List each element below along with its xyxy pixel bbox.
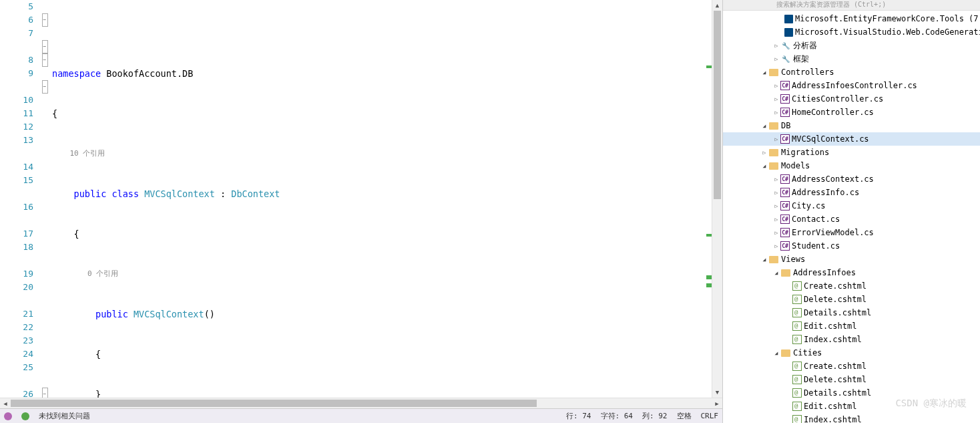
- cshtml-file-icon: [792, 375, 802, 384]
- tree-item[interactable]: Models: [723, 159, 980, 172]
- tree-item[interactable]: Views: [723, 253, 980, 266]
- tree-item-label: AddressContext.cs: [792, 174, 874, 184]
- csharp-file-icon: C#: [780, 188, 790, 197]
- csharp-file-icon: C#: [780, 215, 790, 224]
- chevron-icon[interactable]: [772, 243, 780, 249]
- solution-tree[interactable]: Microsoft.EntityFrameworkCore.Tools (7.0…: [723, 11, 980, 423]
- tree-item[interactable]: AddressInfoes: [723, 266, 980, 279]
- status-col[interactable]: 列: 92: [642, 411, 668, 421]
- tree-item[interactable]: Details.cshtml: [723, 306, 980, 319]
- tree-item-label: Details.cshtml: [804, 388, 871, 398]
- tree-item[interactable]: C#AddressInfo.cs: [723, 186, 980, 199]
- tree-item[interactable]: Index.cshtml: [723, 413, 980, 423]
- tree-item[interactable]: DB: [723, 119, 980, 132]
- tree-item[interactable]: C#MVCSqlContext.cs: [723, 132, 980, 146]
- tree-item[interactable]: Create.cshtml: [723, 279, 980, 293]
- tree-item[interactable]: C#Contact.cs: [723, 213, 980, 226]
- tree-item-label: MVCSqlContext.cs: [792, 134, 869, 144]
- tree-item[interactable]: Migrations: [723, 146, 980, 159]
- tree-item-label: ErrorViewModel.cs: [792, 228, 874, 237]
- code-content[interactable]: namespace BookofAccount.DB { 10 个引用 publ…: [49, 0, 712, 398]
- tree-item-label: Student.cs: [792, 241, 840, 251]
- tree-item[interactable]: Edit.cshtml: [723, 319, 980, 333]
- chevron-icon[interactable]: [772, 96, 780, 102]
- status-line[interactable]: 行: 74: [566, 411, 591, 421]
- folder-icon: [780, 267, 791, 278]
- status-issues[interactable]: 未找到相关问题: [39, 411, 90, 421]
- chevron-icon[interactable]: [772, 217, 780, 223]
- codelens-ref[interactable]: 10 个引用: [49, 147, 712, 160]
- scroll-up-arrow[interactable]: ▲: [712, 0, 722, 11]
- tree-item-label: AddressInfoes: [793, 268, 856, 277]
- codelens-ref[interactable]: 0 个引用: [49, 267, 712, 281]
- tree-item[interactable]: Details.cshtml: [723, 386, 980, 400]
- nuget-icon: [784, 13, 793, 24]
- tree-item-label: 分析器: [793, 40, 817, 51]
- chevron-icon[interactable]: [772, 230, 780, 236]
- tree-item[interactable]: C#CitiesController.cs: [723, 92, 980, 106]
- chevron-icon[interactable]: [772, 176, 780, 182]
- chevron-icon[interactable]: [772, 110, 780, 116]
- cshtml-file-icon: [792, 281, 802, 291]
- scroll-down-arrow[interactable]: ▼: [712, 387, 722, 398]
- chevron-icon[interactable]: [772, 270, 780, 276]
- tree-item[interactable]: Edit.cshtml: [723, 400, 980, 413]
- fold-toggle[interactable]: −: [42, 388, 48, 398]
- folder-icon: [768, 120, 779, 131]
- vertical-scrollbar[interactable]: ▲ ▼: [712, 0, 722, 398]
- tree-item[interactable]: C#HomeController.cs: [723, 106, 980, 119]
- overview-ruler[interactable]: [702, 0, 712, 398]
- solution-search-hint[interactable]: 搜索解决方案资源管理器 (Ctrl+;): [723, 0, 980, 11]
- tree-item[interactable]: C#AddressContext.cs: [723, 172, 980, 186]
- tree-item[interactable]: Delete.cshtml: [723, 293, 980, 306]
- cshtml-file-icon: [792, 415, 802, 423]
- chevron-icon[interactable]: [772, 350, 780, 356]
- tree-item[interactable]: C#Student.cs: [723, 239, 980, 253]
- tree-item[interactable]: Create.cshtml: [723, 360, 980, 373]
- chevron-icon[interactable]: [772, 190, 780, 196]
- fold-column[interactable]: −−−−−: [40, 0, 49, 398]
- chevron-icon[interactable]: [760, 123, 768, 129]
- tree-item[interactable]: Index.cshtml: [723, 333, 980, 346]
- tree-item[interactable]: 🔧框架: [723, 52, 980, 65]
- tree-item-label: Microsoft.VisualStudio.Web.CodeGeneratio…: [795, 27, 980, 37]
- fold-toggle[interactable]: −: [42, 40, 48, 53]
- tree-item-label: Index.cshtml: [804, 335, 862, 344]
- status-ins[interactable]: 空格: [677, 411, 692, 421]
- chevron-icon[interactable]: [760, 69, 768, 76]
- csharp-file-icon: C#: [780, 108, 790, 117]
- status-crlf[interactable]: CRLF: [701, 412, 719, 420]
- scrollbar-thumb-h[interactable]: [11, 400, 537, 407]
- tree-item[interactable]: Cities: [723, 346, 980, 360]
- csharp-file-icon: C#: [780, 81, 790, 90]
- tree-item[interactable]: 🔧分析器: [723, 39, 980, 52]
- chevron-icon[interactable]: [760, 257, 768, 263]
- chevron-icon[interactable]: [772, 203, 780, 209]
- chevron-icon[interactable]: [772, 136, 780, 142]
- chevron-icon[interactable]: [760, 150, 768, 156]
- status-char[interactable]: 字符: 64: [601, 411, 634, 421]
- tree-item[interactable]: C#AddressInfoesController.cs: [723, 79, 980, 92]
- csharp-file-icon: C#: [780, 201, 790, 210]
- tree-item[interactable]: Microsoft.VisualStudio.Web.CodeGeneratio…: [723, 25, 980, 39]
- code-area[interactable]: 567891011121314151617181920212223242526 …: [0, 0, 722, 398]
- status-check-icon: [21, 412, 29, 420]
- tree-item[interactable]: C#ErrorViewModel.cs: [723, 226, 980, 239]
- tree-item[interactable]: Microsoft.EntityFrameworkCore.Tools (7.0…: [723, 12, 980, 25]
- chevron-icon[interactable]: [760, 163, 768, 169]
- fold-toggle[interactable]: −: [42, 13, 48, 27]
- chevron-icon[interactable]: [772, 83, 780, 89]
- folder-icon: [768, 254, 779, 265]
- chevron-icon[interactable]: [772, 56, 780, 62]
- chevron-icon[interactable]: [772, 43, 780, 49]
- analyzer-icon: 🔧: [780, 40, 791, 51]
- horizontal-scrollbar[interactable]: ◀ ▶: [0, 398, 722, 408]
- tree-item[interactable]: Delete.cshtml: [723, 373, 980, 386]
- fold-toggle[interactable]: −: [42, 53, 48, 67]
- tree-item[interactable]: Controllers: [723, 65, 980, 79]
- scrollbar-thumb[interactable]: [714, 11, 721, 199]
- tree-item[interactable]: C#City.cs: [723, 199, 980, 213]
- fold-toggle[interactable]: −: [42, 80, 48, 94]
- analyzer-icon: 🔧: [780, 53, 791, 64]
- tree-item-label: Delete.cshtml: [804, 375, 867, 384]
